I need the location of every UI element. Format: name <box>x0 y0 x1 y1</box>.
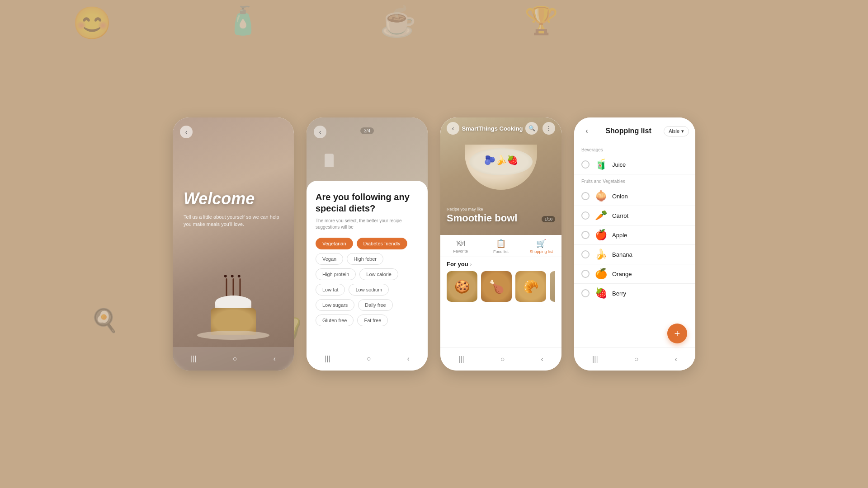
phone3-header-bar: ‹ SmartThings Cooking 🔍 ⋮ <box>440 117 561 139</box>
phone3-recipe-badge: Recipe you may like Smoothie bowl <box>447 207 555 224</box>
diet-tag-lowsugars[interactable]: Low sugars <box>316 299 354 311</box>
favorite-icon: 🍽 <box>457 239 465 248</box>
phone4-nav-home-icon[interactable]: ○ <box>634 355 639 363</box>
phone3-recipe-counter: 1/10 <box>542 216 555 222</box>
item-emoji-carrot: 🥕 <box>594 210 608 221</box>
phone3-foryou-row: For you › <box>447 261 555 267</box>
phone4-list-content: Beverages 🧃 Juice Fruits and Vegetables … <box>574 141 695 347</box>
shopping-icon: 🛒 <box>536 239 546 249</box>
phone3-header-title: SmartThings Cooking <box>459 125 525 132</box>
phone3-back-button[interactable]: ‹ <box>447 122 459 135</box>
diet-tag-glutenfree[interactable]: Gluten free <box>316 314 354 326</box>
phone3-foryou-section: For you › 🍪 🍗 🥐 › <box>440 257 561 304</box>
cake-frosting <box>215 296 251 309</box>
recipe-card-cookie[interactable]: 🍪 <box>447 271 477 302</box>
diet-tag-fatfree[interactable]: Fat free <box>357 314 388 326</box>
phone4-nav-menu-icon[interactable]: ||| <box>592 355 598 363</box>
phone4-top-bar: ‹ Shopping list Aisle ▾ <box>574 117 695 141</box>
diet-tags-container: Vegetarian Diabetes friendly Vegan High … <box>316 238 419 326</box>
phone3-nav-menu-icon[interactable]: ||| <box>458 355 464 363</box>
phone1-nav-home-icon[interactable]: ○ <box>233 355 237 363</box>
phone4-screen: ‹ Shopping list Aisle ▾ Beverages 🧃 Juic… <box>574 117 695 371</box>
shopping-item-berry[interactable]: 🍓 Berry <box>574 284 695 303</box>
cake-stick-2 <box>233 278 234 296</box>
diet-tag-diabetes[interactable]: Diabetes friendly <box>357 238 407 249</box>
shopping-item-apple[interactable]: 🍎 Apple <box>574 225 695 245</box>
item-name-berry: Berry <box>612 290 626 297</box>
phone4-aisle-button[interactable]: Aisle ▾ <box>664 126 689 136</box>
shopping-item-carrot[interactable]: 🥕 Carrot <box>574 206 695 225</box>
diet-tag-lowcalorie[interactable]: Low calorie <box>359 268 398 280</box>
phone2-sheet-title: Are you following any special diets? <box>316 192 419 214</box>
phone3-food-hero: ‹ SmartThings Cooking 🔍 ⋮ <box>440 117 561 235</box>
phone3-menu-button[interactable]: ⋮ <box>542 122 555 135</box>
dots-icon: ⋮ <box>546 125 552 132</box>
phone2-sheet-subtitle: The more you select, the better your rec… <box>316 218 419 230</box>
item-name-onion: Onion <box>612 193 628 200</box>
phone1-nav-back-icon[interactable]: ‹ <box>274 355 276 363</box>
item-radio-banana[interactable] <box>581 250 590 258</box>
phone1-nav-bar: ||| ○ ‹ <box>173 347 294 371</box>
cake-stick-3 <box>240 278 241 296</box>
recipe-card-more[interactable]: › <box>550 271 555 302</box>
phone2-nav-back-icon[interactable]: ‹ <box>407 355 410 363</box>
phone3-search-button[interactable]: 🔍 <box>525 122 538 135</box>
item-radio-berry[interactable] <box>581 289 590 297</box>
phone3-nav-back-icon[interactable]: ‹ <box>541 355 543 363</box>
vase-neck <box>325 154 334 167</box>
phone3-nav-home-icon[interactable]: ○ <box>500 355 505 363</box>
phone2-nav-menu-icon[interactable]: ||| <box>325 355 330 363</box>
phone3-recipe-title: Smoothie bowl <box>447 212 555 224</box>
phone2-back-button[interactable]: ‹ <box>314 126 326 138</box>
shopping-item-juice[interactable]: 🧃 Juice <box>574 155 695 174</box>
cake-stick-1 <box>226 278 227 296</box>
phone1-welcome-block: Welcome Tell us a little about yourself … <box>184 190 283 228</box>
phone4-add-fab[interactable]: + <box>667 324 687 343</box>
foodlist-icon: 📋 <box>496 239 506 249</box>
item-radio-juice[interactable] <box>581 160 590 169</box>
phone1-nav-menu-icon[interactable]: ||| <box>191 355 196 363</box>
diet-tag-highprotein[interactable]: High protein <box>316 268 356 280</box>
phone4-nav-back-icon[interactable]: ‹ <box>675 355 677 363</box>
diet-tag-highfeber[interactable]: High feber <box>347 253 383 265</box>
recipe-card-chicken[interactable]: 🍗 <box>481 271 512 302</box>
diet-tag-dailyfree[interactable]: Daily free <box>358 299 392 311</box>
phone4-page-title: Shopping list <box>593 127 664 135</box>
shopping-item-orange[interactable]: 🍊 Orange <box>574 264 695 284</box>
recipe-card-bread[interactable]: 🥐 <box>515 271 546 302</box>
bowl-outer: 🫐🍌🍓 <box>465 145 537 190</box>
phone2-screen: ‹ 3/4 Are you following any special diet… <box>307 117 428 371</box>
phone1-back-button[interactable]: ‹ <box>180 126 193 138</box>
phone3-header-icons: 🔍 ⋮ <box>525 122 555 135</box>
item-name-carrot: Carrot <box>612 212 628 219</box>
diet-tag-vegan[interactable]: Vegan <box>316 253 343 265</box>
shopping-item-banana[interactable]: 🍌 Banana <box>574 245 695 264</box>
phone-shopping: ‹ Shopping list Aisle ▾ Beverages 🧃 Juic… <box>574 117 695 371</box>
search-icon: 🔍 <box>528 125 535 131</box>
shopping-item-onion[interactable]: 🧅 Onion <box>574 187 695 206</box>
phone3-tab-foodlist[interactable]: 📋 Food list <box>481 235 521 257</box>
phone3-tab-foodlist-label: Food list <box>493 249 509 254</box>
phone3-nav-bar: ||| ○ ‹ <box>440 347 561 371</box>
phone4-category-fruits: Fruits and Vegetables <box>574 174 695 187</box>
item-radio-carrot[interactable] <box>581 211 590 220</box>
diet-tag-lowsodium[interactable]: Low sodium <box>349 284 389 296</box>
phone3-recipe-hint: Recipe you may like <box>447 207 555 211</box>
phone1-back-icon: ‹ <box>185 128 188 136</box>
item-radio-orange[interactable] <box>581 270 590 278</box>
item-emoji-onion: 🧅 <box>594 190 608 202</box>
phone3-tab-favorite[interactable]: 🍽 Favorite <box>440 235 481 257</box>
diet-tag-vegetarian[interactable]: Vegetarian <box>316 238 353 249</box>
item-radio-apple[interactable] <box>581 231 590 239</box>
phone3-foryou-title: For you <box>447 261 468 267</box>
item-emoji-orange: 🍊 <box>594 268 608 280</box>
item-radio-onion[interactable] <box>581 192 590 200</box>
item-name-orange: Orange <box>612 271 632 277</box>
phone2-nav-bar: ||| ○ ‹ <box>307 347 428 371</box>
diet-tag-lowfat[interactable]: Low fat <box>316 284 345 296</box>
item-emoji-apple: 🍎 <box>594 229 608 241</box>
phone3-tab-shopping[interactable]: 🛒 Shopping list <box>521 235 561 257</box>
phone2-nav-home-icon[interactable]: ○ <box>367 355 371 363</box>
phone4-back-button[interactable]: ‹ <box>580 125 593 137</box>
cake-sticks <box>226 278 241 296</box>
